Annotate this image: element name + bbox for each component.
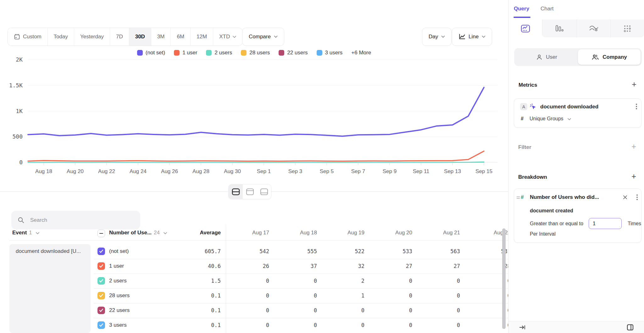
range-custom[interactable]: Custom [8, 28, 48, 46]
range-today[interactable]: Today [48, 28, 74, 46]
chart-type-label: Line [469, 34, 479, 40]
x-axis-label: Sep 3 [288, 168, 302, 174]
add-metric-button[interactable]: + [632, 80, 636, 88]
add-filter-button[interactable]: + [631, 142, 636, 150]
search-input[interactable] [30, 217, 134, 224]
metric-card[interactable]: A document downloaded # Unique Groups [514, 98, 641, 128]
group-column-header[interactable]: Number of Use...24 [109, 230, 167, 236]
cell-value: 0 [416, 278, 460, 284]
row-checkbox[interactable] [97, 307, 105, 314]
panel-layout-icon[interactable] [626, 324, 634, 331]
x-axis-label: Aug 26 [161, 168, 178, 174]
search-icon [18, 217, 25, 224]
drag-handle-icon[interactable] [516, 196, 520, 199]
breakdown-heading: Breakdown [518, 174, 547, 180]
condition-value-input[interactable] [589, 218, 622, 229]
tab-query[interactable]: Query [514, 6, 529, 12]
legend-item[interactable]: 22 users [279, 50, 308, 56]
remove-breakdown-icon[interactable] [623, 195, 627, 199]
legend-more[interactable]: +6 More [351, 50, 371, 56]
average-value: 0.1 [177, 292, 221, 299]
chart-type-tab-flow[interactable] [576, 19, 610, 37]
range-12m[interactable]: 12M [191, 28, 213, 46]
vertical-scrollbar[interactable] [502, 228, 506, 329]
row-checkbox[interactable] [97, 262, 105, 270]
x-axis-label: Aug 24 [130, 168, 147, 174]
row-checkbox[interactable] [97, 248, 105, 255]
row-label: (not set) [109, 248, 129, 254]
row-checkbox[interactable] [97, 292, 105, 299]
chevron-down-icon [482, 35, 486, 38]
legend-item[interactable]: 1 user [174, 50, 197, 56]
x-axis-label: Sep 5 [320, 168, 334, 174]
series-line [28, 87, 484, 136]
measure-dropdown[interactable]: Unique Groups [530, 116, 571, 122]
flow-icon [589, 25, 598, 32]
cell-value: 0 [368, 292, 412, 299]
series-line [28, 151, 484, 161]
table-focus-view-button[interactable] [257, 184, 271, 199]
date-column-header[interactable]: Aug 18 [273, 230, 317, 236]
legend-item[interactable]: 28 users [241, 50, 270, 56]
legend-item[interactable]: 3 users [317, 50, 343, 56]
granularity-button[interactable]: Day [422, 28, 452, 46]
date-column-header[interactable]: Aug 17 [225, 230, 269, 236]
legend-item[interactable]: (not set) [137, 50, 165, 56]
layout-toggle-group [228, 184, 271, 199]
range-7d[interactable]: 7D [110, 28, 129, 46]
x-axis-label: Sep 9 [383, 168, 397, 174]
row-separator [94, 303, 508, 303]
cell-value: 0 [225, 278, 269, 284]
date-column-header[interactable]: Aug 21 [416, 230, 460, 236]
y-axis-label: 2K [16, 56, 23, 63]
cell-value: 522 [320, 248, 364, 254]
row-checkbox[interactable] [97, 321, 105, 329]
chart-type-strip [508, 19, 644, 37]
cell-value: 0 [368, 278, 412, 284]
date-column-header[interactable]: Aug 20 [368, 230, 412, 236]
breakdown-card[interactable]: # Number of Users who did... document cr… [514, 188, 641, 243]
range-xtd[interactable]: XTD [213, 28, 242, 46]
range-3m[interactable]: 3M [151, 28, 171, 46]
range-label: 3M [157, 34, 165, 40]
scope-option-user[interactable]: User [515, 49, 578, 65]
chart-type-tab-data-grid[interactable] [610, 19, 644, 37]
row-checkbox[interactable] [97, 277, 105, 285]
breakdown-menu-icon[interactable] [636, 194, 638, 201]
calendar-icon [14, 34, 20, 40]
chart-focus-view-button[interactable] [243, 184, 257, 199]
chart-type-tab-line-chart[interactable] [508, 19, 542, 37]
cell-value: 27 [368, 263, 412, 269]
row-label: 22 users [109, 307, 130, 314]
analytics-app: CustomTodayYesterday7D30D3M6M12MXTD Comp… [0, 0, 644, 333]
cell-value: 0 [320, 322, 364, 328]
event-row[interactable]: document downloaded [U... [9, 244, 91, 333]
x-axis-label: Sep 13 [444, 168, 461, 174]
range-yesterday[interactable]: Yesterday [74, 28, 110, 46]
legend-swatch [137, 50, 143, 56]
select-all-checkbox[interactable] [97, 230, 105, 237]
x-axis-label: Sep 7 [351, 168, 365, 174]
x-axis-label: Aug 20 [67, 168, 84, 174]
x-axis-label: Aug 30 [224, 168, 241, 174]
range-30d[interactable]: 30D [129, 28, 151, 46]
tab-chart[interactable]: Chart [541, 6, 554, 12]
range-label: Today [54, 34, 68, 40]
average-value: 40.6 [177, 263, 221, 269]
metric-menu-icon[interactable] [636, 103, 637, 110]
row-separator [94, 318, 508, 318]
bar-chart-icon [555, 25, 564, 33]
chart-type-button[interactable]: Line [452, 28, 492, 46]
add-breakdown-button[interactable]: + [631, 172, 636, 180]
scope-option-company[interactable]: Company [578, 49, 641, 65]
legend-item[interactable]: 2 users [206, 50, 232, 56]
event-column-header[interactable]: Event1 [12, 230, 39, 236]
chart-type-tab-bar-chart[interactable] [542, 19, 576, 37]
collapse-sidebar-icon[interactable] [519, 325, 526, 330]
average-value: 0.1 [177, 322, 221, 328]
date-column-header[interactable]: Aug 19 [320, 230, 364, 236]
compare-button[interactable]: Compare [242, 28, 284, 46]
split-view-button[interactable] [229, 184, 243, 199]
range-6m[interactable]: 6M [171, 28, 191, 46]
user-icon [536, 54, 542, 60]
